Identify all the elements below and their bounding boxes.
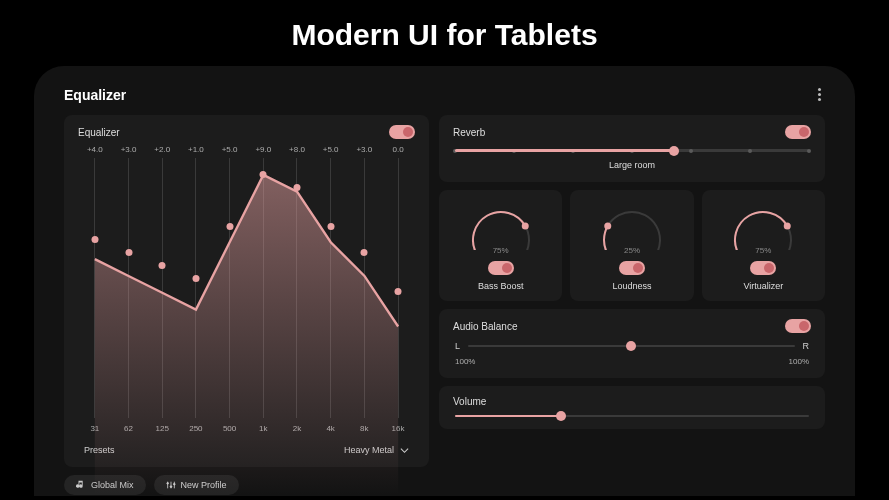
- volume-slider[interactable]: [455, 415, 809, 417]
- knob-toggle[interactable]: [750, 261, 776, 275]
- eq-band-thumb[interactable]: [327, 223, 334, 230]
- eq-band-slider[interactable]: [78, 158, 112, 418]
- balance-toggle[interactable]: [785, 319, 811, 333]
- left-column: Equalizer +4.0+3.0+2.0+1.0+5.0+9.0+8.0+5…: [64, 115, 429, 495]
- volume-title: Volume: [453, 396, 811, 407]
- reverb-title: Reverb: [453, 127, 485, 138]
- knob-card: 75%Virtualizer: [702, 190, 825, 301]
- eq-gain-label: +4.0: [78, 145, 112, 154]
- eq-gain-label: +3.0: [348, 145, 382, 154]
- equalizer-title: Equalizer: [78, 127, 120, 138]
- eq-band-thumb[interactable]: [159, 262, 166, 269]
- page-title: Modern UI for Tablets: [0, 0, 889, 66]
- balance-right-label: R: [803, 341, 810, 351]
- eq-band-thumb[interactable]: [125, 249, 132, 256]
- balance-thumb[interactable]: [626, 341, 636, 351]
- eq-freq-label: 2k: [280, 424, 314, 433]
- right-column: Reverb Large room 75%Bass Boost25%Loudne…: [439, 115, 825, 495]
- knob-dial[interactable]: [597, 200, 667, 250]
- knob-name: Loudness: [578, 281, 685, 291]
- balance-slider[interactable]: [468, 345, 794, 347]
- eq-band-slider[interactable]: [314, 158, 348, 418]
- balance-left-label: L: [455, 341, 460, 351]
- eq-band-slider[interactable]: [246, 158, 280, 418]
- eq-gain-label: +5.0: [314, 145, 348, 154]
- eq-band-slider[interactable]: [381, 158, 415, 418]
- eq-band-thumb[interactable]: [395, 288, 402, 295]
- knob-dial[interactable]: [728, 200, 798, 250]
- knob-dial[interactable]: [466, 200, 536, 250]
- svg-point-3: [166, 483, 168, 485]
- reverb-slider[interactable]: [455, 149, 809, 152]
- profile-chips: Global Mix New Profile: [64, 475, 429, 495]
- eq-band-thumb[interactable]: [192, 275, 199, 282]
- app-title: Equalizer: [64, 87, 126, 103]
- balance-left-pct: 100%: [455, 357, 475, 366]
- eq-gain-label: +5.0: [213, 145, 247, 154]
- svg-point-7: [604, 223, 611, 230]
- eq-band-thumb[interactable]: [293, 184, 300, 191]
- eq-freq-label: 1k: [246, 424, 280, 433]
- eq-freq-label: 125: [145, 424, 179, 433]
- reverb-value-label: Large room: [455, 160, 809, 170]
- presets-label: Presets: [84, 445, 115, 455]
- equalizer-toggle[interactable]: [389, 125, 415, 139]
- audio-balance-card: Audio Balance L R 100% 100%: [439, 309, 825, 378]
- app-header: Equalizer: [64, 80, 825, 115]
- reverb-toggle[interactable]: [785, 125, 811, 139]
- main-grid: Equalizer +4.0+3.0+2.0+1.0+5.0+9.0+8.0+5…: [64, 115, 825, 495]
- eq-freq-labels: 31621252505001k2k4k8k16k: [78, 418, 415, 441]
- eq-band-thumb[interactable]: [361, 249, 368, 256]
- knob-card: 25%Loudness: [570, 190, 693, 301]
- knob-name: Bass Boost: [447, 281, 554, 291]
- eq-freq-label: 16k: [381, 424, 415, 433]
- eq-freq-label: 62: [112, 424, 146, 433]
- eq-band-thumb[interactable]: [91, 236, 98, 243]
- chip-label: Global Mix: [91, 480, 134, 490]
- eq-gain-label: +2.0: [145, 145, 179, 154]
- chip-label: New Profile: [181, 480, 227, 490]
- volume-thumb[interactable]: [556, 411, 566, 421]
- preset-dropdown[interactable]: Heavy Metal: [344, 445, 409, 455]
- eq-band-slider[interactable]: [280, 158, 314, 418]
- more-options-icon[interactable]: [814, 84, 825, 105]
- reverb-card: Reverb Large room: [439, 115, 825, 182]
- global-mix-chip[interactable]: Global Mix: [64, 475, 146, 495]
- device-frame: Equalizer Equalizer +4.0+3.0+2.0+1.0+5.0…: [34, 66, 855, 496]
- sliders-icon: [166, 480, 176, 490]
- eq-freq-label: 500: [213, 424, 247, 433]
- eq-band-thumb[interactable]: [226, 223, 233, 230]
- chevron-down-icon: [400, 446, 409, 455]
- new-profile-chip[interactable]: New Profile: [154, 475, 239, 495]
- music-note-icon: [76, 480, 86, 490]
- volume-card: Volume: [439, 386, 825, 429]
- knobs-row: 75%Bass Boost25%Loudness75%Virtualizer: [439, 190, 825, 301]
- eq-band-slider[interactable]: [179, 158, 213, 418]
- eq-freq-label: 4k: [314, 424, 348, 433]
- svg-point-6: [521, 223, 528, 230]
- eq-gain-labels: +4.0+3.0+2.0+1.0+5.0+9.0+8.0+5.0+3.00.0: [78, 139, 415, 158]
- eq-gain-label: +1.0: [179, 145, 213, 154]
- knob-name: Virtualizer: [710, 281, 817, 291]
- eq-gain-label: +3.0: [112, 145, 146, 154]
- eq-band-slider[interactable]: [348, 158, 382, 418]
- eq-body: [78, 158, 415, 418]
- eq-gain-label: +8.0: [280, 145, 314, 154]
- preset-selected: Heavy Metal: [344, 445, 394, 455]
- knob-card: 75%Bass Boost: [439, 190, 562, 301]
- knob-toggle[interactable]: [488, 261, 514, 275]
- balance-title: Audio Balance: [453, 321, 518, 332]
- eq-band-slider[interactable]: [145, 158, 179, 418]
- eq-band-slider[interactable]: [213, 158, 247, 418]
- svg-point-8: [784, 223, 791, 230]
- eq-band-thumb[interactable]: [260, 171, 267, 178]
- eq-freq-label: 8k: [348, 424, 382, 433]
- eq-sliders: [78, 158, 415, 418]
- knob-toggle[interactable]: [619, 261, 645, 275]
- svg-point-5: [173, 483, 175, 485]
- eq-band-slider[interactable]: [112, 158, 146, 418]
- equalizer-card: Equalizer +4.0+3.0+2.0+1.0+5.0+9.0+8.0+5…: [64, 115, 429, 467]
- eq-gain-label: +9.0: [246, 145, 280, 154]
- balance-right-pct: 100%: [789, 357, 809, 366]
- reverb-thumb[interactable]: [669, 146, 679, 156]
